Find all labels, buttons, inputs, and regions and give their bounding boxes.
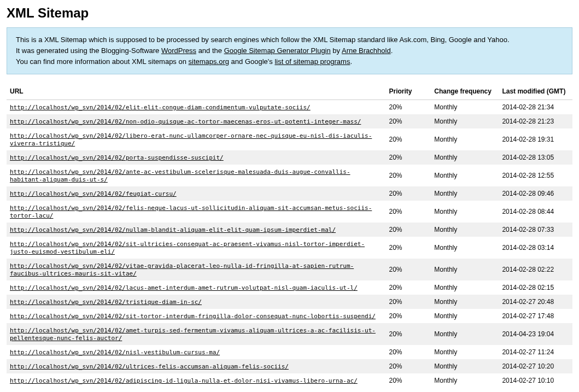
table-row: http://localhost/wp_svn/2014/02/libero-e… [7,128,572,150]
table-row: http://localhost/wp_svn/2014/02/nisl-ves… [7,345,572,359]
info-line3-end: . [350,57,352,66]
table-row: http://localhost/wp_svn/2014/02/tristiqu… [7,295,572,309]
modified-cell: 2014-02-28 19:31 [499,128,572,150]
frequency-cell: Monthly [431,259,499,280]
modified-cell: 2014-02-27 10:20 [499,359,572,373]
table-row: http://localhost/wp_svn/2014/02/ante-ac-… [7,165,572,186]
page-title: XML Sitemap [7,5,572,21]
table-row: http://localhost/wp_svn/2014/02/sit-tort… [7,309,572,323]
frequency-cell: Monthly [431,373,499,388]
priority-cell: 20% [385,201,431,223]
sitemap-url-link[interactable]: http://localhost/wp_svn/2014/02/amet-tur… [10,327,376,342]
table-row: http://localhost/wp_svn/2014/02/adipisci… [7,373,572,388]
modified-cell: 2014-02-28 13:05 [499,150,572,165]
col-header-url: URL [7,83,385,100]
modified-cell: 2014-02-27 10:10 [499,373,572,388]
sitemap-url-link[interactable]: http://localhost/wp_svn/2014/02/elit-eli… [10,104,311,111]
table-row: http://localhost/wp_svn/2014/02/porta-su… [7,150,572,165]
table-row: http://localhost/wp_svn/2014/02/feugiat-… [7,186,572,201]
sitemap-url-link[interactable]: http://localhost/wp_svn/2014/02/non-odio… [10,118,361,125]
modified-cell: 2014-02-28 09:46 [499,186,572,201]
priority-cell: 20% [385,237,431,259]
priority-cell: 20% [385,323,431,345]
priority-cell: 20% [385,150,431,165]
frequency-cell: Monthly [431,100,499,115]
frequency-cell: Monthly [431,128,499,150]
link-author[interactable]: Arne Brachhold [342,46,391,55]
table-row: http://localhost/wp_svn/2014/02/vitae-gr… [7,259,572,280]
priority-cell: 20% [385,259,431,280]
modified-cell: 2014-02-28 03:14 [499,237,572,259]
modified-cell: 2014-02-28 02:22 [499,259,572,280]
priority-cell: 20% [385,309,431,323]
sitemap-url-link[interactable]: http://localhost/wp_svn/2014/02/ante-ac-… [10,168,350,183]
table-row: http://localhost/wp_svn/2014/02/elit-eli… [7,100,572,115]
sitemap-url-link[interactable]: http://localhost/wp_svn/2014/02/vitae-gr… [10,262,354,277]
table-row: http://localhost/wp_svn/2014/02/amet-tur… [7,323,572,345]
sitemap-url-link[interactable]: http://localhost/wp_svn/2014/02/porta-su… [10,154,224,161]
info-line1: This is a XML Sitemap which is supposed … [16,36,510,44]
modified-cell: 2014-02-28 07:33 [499,223,572,237]
priority-cell: 20% [385,165,431,186]
modified-cell: 2014-02-28 02:15 [499,280,572,295]
frequency-cell: Monthly [431,201,499,223]
priority-cell: 20% [385,186,431,201]
sitemap-url-link[interactable]: http://localhost/wp_svn/2014/02/ultrices… [10,363,289,370]
sitemap-table: URL Priority Change frequency Last modif… [7,83,572,388]
table-row: http://localhost/wp_svn/2014/02/lacus-am… [7,280,572,295]
info-line3-mid: and Google's [229,57,274,66]
sitemap-url-link[interactable]: http://localhost/wp_svn/2014/02/felis-ne… [10,204,372,219]
sitemap-url-link[interactable]: http://localhost/wp_svn/2014/02/nullam-b… [10,226,336,233]
sitemap-url-link[interactable]: http://localhost/wp_svn/2014/02/nisl-ves… [10,349,220,356]
link-google-list[interactable]: list of sitemap programs [274,57,350,66]
priority-cell: 20% [385,373,431,388]
modified-cell: 2014-04-23 19:04 [499,323,572,345]
priority-cell: 20% [385,100,431,115]
link-plugin[interactable]: Google Sitemap Generator Plugin [224,46,331,55]
frequency-cell: Monthly [431,359,499,373]
info-box: This is a XML Sitemap which is supposed … [7,27,572,74]
priority-cell: 20% [385,345,431,359]
modified-cell: 2014-02-28 21:34 [499,100,572,115]
sitemap-url-link[interactable]: http://localhost/wp_svn/2014/02/sit-ultr… [10,241,365,255]
info-line2-end: . [391,46,393,55]
sitemap-url-link[interactable]: http://localhost/wp_svn/2014/02/lacus-am… [10,284,358,291]
sitemap-url-link[interactable]: http://localhost/wp_svn/2014/02/sit-tort… [10,313,376,320]
table-row: http://localhost/wp_svn/2014/02/ultrices… [7,359,572,373]
priority-cell: 20% [385,128,431,150]
sitemap-url-link[interactable]: http://localhost/wp_svn/2014/02/feugiat-… [10,190,177,197]
priority-cell: 20% [385,223,431,237]
modified-cell: 2014-02-28 12:55 [499,165,572,186]
frequency-cell: Monthly [431,114,499,128]
link-sitemaps-org[interactable]: sitemaps.org [189,57,229,66]
table-row: http://localhost/wp_svn/2014/02/felis-ne… [7,201,572,223]
frequency-cell: Monthly [431,165,499,186]
sitemap-url-link[interactable]: http://localhost/wp_svn/2014/02/libero-e… [10,132,372,147]
frequency-cell: Monthly [431,295,499,309]
priority-cell: 20% [385,359,431,373]
table-row: http://localhost/wp_svn/2014/02/sit-ultr… [7,237,572,259]
modified-cell: 2014-02-27 17:48 [499,309,572,323]
frequency-cell: Monthly [431,223,499,237]
frequency-cell: Monthly [431,309,499,323]
table-row: http://localhost/wp_svn/2014/02/non-odio… [7,114,572,128]
frequency-cell: Monthly [431,280,499,295]
sitemap-url-link[interactable]: http://localhost/wp_svn/2014/02/tristiqu… [10,299,202,306]
priority-cell: 20% [385,295,431,309]
table-row: http://localhost/wp_svn/2014/02/nullam-b… [7,223,572,237]
col-header-frequency: Change frequency [431,83,499,100]
modified-cell: 2014-02-28 21:23 [499,114,572,128]
info-line3-pre: You can find more information about XML … [16,57,189,66]
frequency-cell: Monthly [431,186,499,201]
frequency-cell: Monthly [431,323,499,345]
sitemap-url-link[interactable]: http://localhost/wp_svn/2014/02/adipisci… [10,377,358,384]
priority-cell: 20% [385,280,431,295]
modified-cell: 2014-02-28 08:44 [499,201,572,223]
frequency-cell: Monthly [431,150,499,165]
priority-cell: 20% [385,114,431,128]
frequency-cell: Monthly [431,237,499,259]
col-header-modified: Last modified (GMT) [499,83,572,100]
info-line2-pre: It was generated using the Blogging-Soft… [16,46,161,55]
info-line2-by: by [331,46,342,55]
link-wordpress[interactable]: WordPress [161,46,196,55]
